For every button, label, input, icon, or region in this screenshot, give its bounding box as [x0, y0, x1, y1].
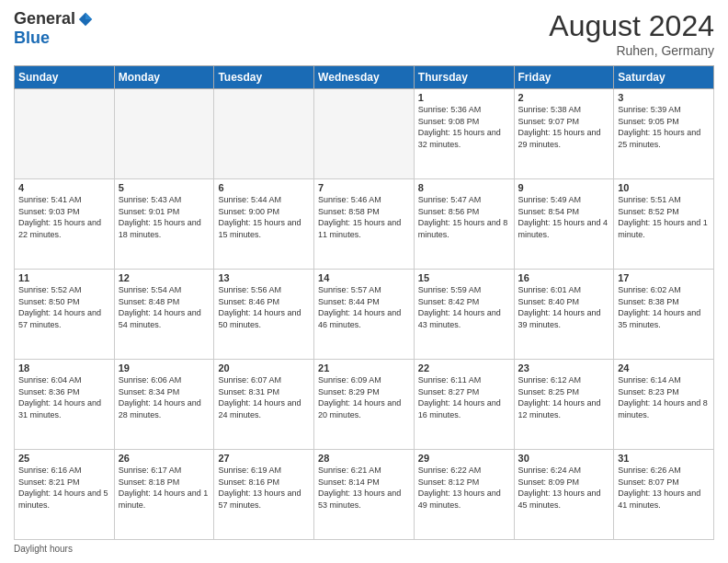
- day-number: 10: [618, 182, 710, 193]
- day-header-wednesday: Wednesday: [314, 66, 415, 89]
- day-info: Sunrise: 6:19 AM Sunset: 8:16 PM Dayligh…: [218, 465, 310, 511]
- day-number: 2: [518, 92, 610, 103]
- week-row-3: 18Sunrise: 6:04 AM Sunset: 8:36 PM Dayli…: [15, 360, 714, 450]
- day-info: Sunrise: 6:14 AM Sunset: 8:23 PM Dayligh…: [618, 374, 710, 420]
- calendar-cell: 7Sunrise: 5:46 AM Sunset: 8:58 PM Daylig…: [314, 179, 415, 270]
- day-header-tuesday: Tuesday: [214, 66, 314, 89]
- day-number: 16: [518, 272, 610, 283]
- day-info: Sunrise: 5:49 AM Sunset: 8:54 PM Dayligh…: [518, 194, 610, 240]
- day-info: Sunrise: 5:38 AM Sunset: 9:07 PM Dayligh…: [518, 104, 610, 150]
- calendar-table: SundayMondayTuesdayWednesdayThursdayFrid…: [14, 65, 714, 540]
- calendar-cell: 17Sunrise: 6:02 AM Sunset: 8:38 PM Dayli…: [614, 270, 714, 360]
- calendar-cell: 10Sunrise: 5:51 AM Sunset: 8:52 PM Dayli…: [614, 179, 714, 270]
- day-number: 13: [218, 272, 310, 283]
- calendar-cell: 31Sunrise: 6:26 AM Sunset: 8:07 PM Dayli…: [614, 450, 714, 540]
- day-info: Sunrise: 6:06 AM Sunset: 8:34 PM Dayligh…: [119, 374, 210, 420]
- week-row-2: 11Sunrise: 5:52 AM Sunset: 8:50 PM Dayli…: [15, 270, 714, 360]
- day-info: Sunrise: 5:44 AM Sunset: 9:00 PM Dayligh…: [218, 194, 310, 240]
- day-header-monday: Monday: [114, 66, 214, 89]
- day-header-saturday: Saturday: [614, 66, 714, 89]
- calendar-cell: 5Sunrise: 5:43 AM Sunset: 9:01 PM Daylig…: [114, 179, 214, 270]
- month-title: August 2024: [549, 9, 714, 43]
- day-number: 27: [218, 453, 310, 464]
- calendar-cell: 12Sunrise: 5:54 AM Sunset: 8:48 PM Dayli…: [114, 270, 214, 360]
- calendar-cell: 8Sunrise: 5:47 AM Sunset: 8:56 PM Daylig…: [414, 179, 514, 270]
- logo-text: General: [14, 9, 94, 29]
- day-number: 6: [218, 182, 310, 193]
- header: General Blue August 2024 Ruhen, Germany: [14, 9, 714, 58]
- svg-marker-1: [85, 12, 92, 18]
- day-number: 4: [18, 182, 110, 193]
- calendar-cell: 26Sunrise: 6:17 AM Sunset: 8:18 PM Dayli…: [114, 450, 214, 540]
- calendar-cell: 15Sunrise: 5:59 AM Sunset: 8:42 PM Dayli…: [414, 270, 514, 360]
- day-info: Sunrise: 5:43 AM Sunset: 9:01 PM Dayligh…: [119, 194, 210, 240]
- calendar-cell: 27Sunrise: 6:19 AM Sunset: 8:16 PM Dayli…: [214, 450, 314, 540]
- day-info: Sunrise: 5:54 AM Sunset: 8:48 PM Dayligh…: [119, 284, 210, 330]
- calendar-cell: 14Sunrise: 5:57 AM Sunset: 8:44 PM Dayli…: [314, 270, 415, 360]
- day-info: Sunrise: 5:56 AM Sunset: 8:46 PM Dayligh…: [218, 284, 310, 330]
- day-number: 26: [119, 453, 210, 464]
- day-number: 1: [418, 92, 510, 103]
- day-number: 28: [318, 453, 410, 464]
- calendar-cell: [314, 89, 415, 179]
- week-row-0: 1Sunrise: 5:36 AM Sunset: 9:08 PM Daylig…: [15, 89, 714, 179]
- logo-blue: Blue: [14, 29, 50, 48]
- calendar-cell: 9Sunrise: 5:49 AM Sunset: 8:54 PM Daylig…: [514, 179, 614, 270]
- calendar-cell: [214, 89, 314, 179]
- header-row: SundayMondayTuesdayWednesdayThursdayFrid…: [15, 66, 714, 89]
- calendar-cell: 20Sunrise: 6:07 AM Sunset: 8:31 PM Dayli…: [214, 360, 314, 450]
- calendar-cell: [15, 89, 115, 179]
- day-info: Sunrise: 5:59 AM Sunset: 8:42 PM Dayligh…: [418, 284, 510, 330]
- location-subtitle: Ruhen, Germany: [549, 43, 714, 58]
- day-number: 29: [418, 453, 510, 464]
- day-header-sunday: Sunday: [15, 66, 115, 89]
- day-number: 11: [18, 272, 110, 283]
- calendar-cell: 28Sunrise: 6:21 AM Sunset: 8:14 PM Dayli…: [314, 450, 415, 540]
- day-number: 31: [618, 453, 710, 464]
- calendar-cell: 23Sunrise: 6:12 AM Sunset: 8:25 PM Dayli…: [514, 360, 614, 450]
- calendar-cell: 3Sunrise: 5:39 AM Sunset: 9:05 PM Daylig…: [614, 89, 714, 179]
- calendar-cell: 2Sunrise: 5:38 AM Sunset: 9:07 PM Daylig…: [514, 89, 614, 179]
- day-info: Sunrise: 5:57 AM Sunset: 8:44 PM Dayligh…: [318, 284, 410, 330]
- day-number: 14: [318, 272, 410, 283]
- calendar-cell: 6Sunrise: 5:44 AM Sunset: 9:00 PM Daylig…: [214, 179, 314, 270]
- logo-icon: [77, 11, 94, 28]
- day-info: Sunrise: 5:46 AM Sunset: 8:58 PM Dayligh…: [318, 194, 410, 240]
- day-number: 19: [119, 362, 210, 373]
- calendar-cell: 24Sunrise: 6:14 AM Sunset: 8:23 PM Dayli…: [614, 360, 714, 450]
- day-number: 24: [618, 362, 710, 373]
- calendar-cell: 21Sunrise: 6:09 AM Sunset: 8:29 PM Dayli…: [314, 360, 415, 450]
- calendar-cell: 29Sunrise: 6:22 AM Sunset: 8:12 PM Dayli…: [414, 450, 514, 540]
- day-info: Sunrise: 6:11 AM Sunset: 8:27 PM Dayligh…: [418, 374, 510, 420]
- day-info: Sunrise: 6:22 AM Sunset: 8:12 PM Dayligh…: [418, 465, 510, 511]
- day-info: Sunrise: 6:16 AM Sunset: 8:21 PM Dayligh…: [18, 465, 110, 511]
- day-number: 17: [618, 272, 710, 283]
- day-info: Sunrise: 6:21 AM Sunset: 8:14 PM Dayligh…: [318, 465, 410, 511]
- day-number: 21: [318, 362, 410, 373]
- calendar-cell: 22Sunrise: 6:11 AM Sunset: 8:27 PM Dayli…: [414, 360, 514, 450]
- week-row-4: 25Sunrise: 6:16 AM Sunset: 8:21 PM Dayli…: [15, 450, 714, 540]
- day-info: Sunrise: 5:39 AM Sunset: 9:05 PM Dayligh…: [618, 104, 710, 150]
- calendar-cell: 1Sunrise: 5:36 AM Sunset: 9:08 PM Daylig…: [414, 89, 514, 179]
- day-number: 9: [518, 182, 610, 193]
- calendar-cell: 11Sunrise: 5:52 AM Sunset: 8:50 PM Dayli…: [15, 270, 115, 360]
- calendar-cell: 13Sunrise: 5:56 AM Sunset: 8:46 PM Dayli…: [214, 270, 314, 360]
- calendar-cell: [114, 89, 214, 179]
- day-number: 30: [518, 453, 610, 464]
- logo-general: General: [14, 9, 75, 29]
- week-row-1: 4Sunrise: 5:41 AM Sunset: 9:03 PM Daylig…: [15, 179, 714, 270]
- day-number: 18: [18, 362, 110, 373]
- day-info: Sunrise: 6:04 AM Sunset: 8:36 PM Dayligh…: [18, 374, 110, 420]
- day-number: 12: [119, 272, 210, 283]
- calendar-cell: 19Sunrise: 6:06 AM Sunset: 8:34 PM Dayli…: [114, 360, 214, 450]
- day-info: Sunrise: 5:36 AM Sunset: 9:08 PM Dayligh…: [418, 104, 510, 150]
- day-number: 22: [418, 362, 510, 373]
- day-info: Sunrise: 6:09 AM Sunset: 8:29 PM Dayligh…: [318, 374, 410, 420]
- calendar-cell: 16Sunrise: 6:01 AM Sunset: 8:40 PM Dayli…: [514, 270, 614, 360]
- day-number: 23: [518, 362, 610, 373]
- day-info: Sunrise: 6:01 AM Sunset: 8:40 PM Dayligh…: [518, 284, 610, 330]
- day-info: Sunrise: 5:47 AM Sunset: 8:56 PM Dayligh…: [418, 194, 510, 240]
- title-block: August 2024 Ruhen, Germany: [549, 9, 714, 58]
- calendar-cell: 25Sunrise: 6:16 AM Sunset: 8:21 PM Dayli…: [15, 450, 115, 540]
- day-header-thursday: Thursday: [414, 66, 514, 89]
